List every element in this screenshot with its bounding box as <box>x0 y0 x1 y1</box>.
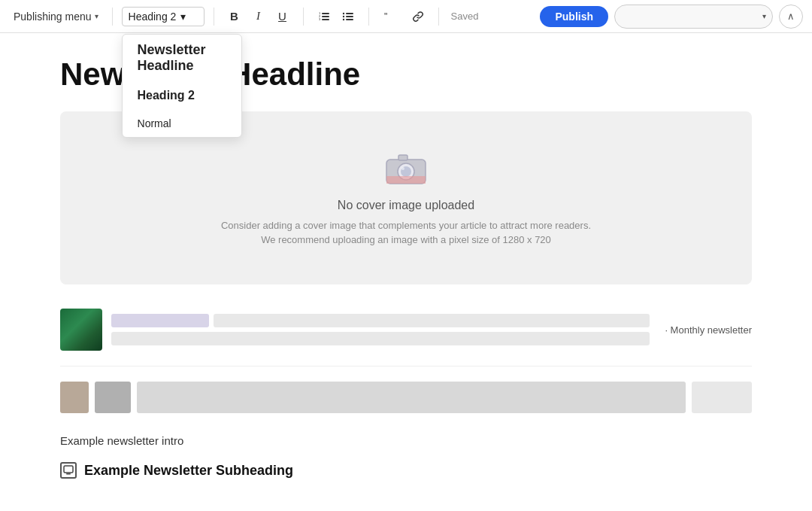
heading-select-wrapper: Heading 2 ▾ Newsletter Headline Heading … <box>122 7 205 26</box>
audience-chevron-icon[interactable]: ▾ <box>756 12 772 20</box>
no-cover-desc-1: Consider adding a cover image that compl… <box>221 218 591 233</box>
toolbar-divider-3 <box>303 8 304 26</box>
toolbar-divider-5 <box>438 8 439 26</box>
heading-select-current-label: Heading 2 <box>129 11 177 23</box>
svg-rect-21 <box>66 473 71 475</box>
quote-button[interactable]: " <box>378 5 401 28</box>
heading-dropdown: Newsletter Headline Heading 2 Normal <box>122 34 242 138</box>
svg-point-10 <box>342 15 344 17</box>
collapse-icon: ∧ <box>787 11 795 22</box>
list-format-group: 1 2 3 <box>313 5 359 28</box>
article-preview-row-2 <box>60 382 752 413</box>
unordered-list-button[interactable] <box>337 5 359 28</box>
intro-text[interactable]: Example newsletter intro <box>60 434 752 447</box>
svg-rect-16 <box>398 155 408 160</box>
svg-rect-20 <box>64 466 73 473</box>
article-bar-group-1 <box>111 314 650 345</box>
ordered-list-button[interactable]: 1 2 3 <box>313 5 335 28</box>
saved-status: Saved <box>451 11 479 22</box>
toolbar-divider-4 <box>368 8 369 26</box>
svg-rect-2 <box>322 19 329 20</box>
svg-rect-7 <box>346 16 353 17</box>
article-bar-row-2 <box>111 332 650 345</box>
text-format-group: B I U <box>223 5 294 28</box>
svg-rect-1 <box>322 16 329 17</box>
link-button[interactable] <box>407 5 429 28</box>
heading-select-chevron-icon: ▾ <box>180 11 186 23</box>
toolbar-divider-1 <box>112 8 113 26</box>
article-thumbnail <box>60 309 102 351</box>
camera-icon <box>383 149 429 190</box>
svg-rect-6 <box>346 13 353 14</box>
cover-image-placeholder[interactable]: No cover image uploaded Consider adding … <box>60 111 752 284</box>
bar-light-2 <box>111 332 650 345</box>
publishing-menu-chevron-icon: ▾ <box>95 12 98 20</box>
underline-button[interactable]: U <box>271 5 294 28</box>
link-icon <box>412 11 424 23</box>
bar-gray-light <box>137 382 686 413</box>
monitor-icon <box>63 465 74 476</box>
article-tag-label: · Monthly newsletter <box>665 324 752 336</box>
thumbnail-image <box>60 309 102 351</box>
svg-rect-18 <box>386 176 426 184</box>
article-preview-row-1: · Monthly newsletter <box>60 309 752 367</box>
bar-light-1 <box>214 314 650 327</box>
ordered-list-icon: 1 2 3 <box>318 11 330 23</box>
audience-select-wrapper[interactable]: ▾ <box>614 5 773 29</box>
heading-option-h1[interactable]: Newsletter Headline <box>123 35 241 81</box>
heading-option-normal[interactable]: Normal <box>123 110 241 137</box>
bar-purple <box>111 314 209 327</box>
audience-select-input[interactable] <box>615 11 756 22</box>
article-subheading[interactable]: Example Newsletter Subheading <box>84 463 293 479</box>
svg-point-9 <box>342 12 344 14</box>
quote-icon: " <box>383 11 395 23</box>
unordered-list-icon <box>342 11 354 23</box>
toolbar-divider-2 <box>214 8 214 26</box>
svg-rect-0 <box>322 13 329 14</box>
collapse-button[interactable]: ∧ <box>779 5 803 29</box>
publish-button[interactable]: Publish <box>540 6 608 27</box>
no-cover-desc-2: We recommend uploading an image with a p… <box>261 233 551 248</box>
publishing-menu-button[interactable]: Publishing menu ▾ <box>9 8 103 26</box>
svg-point-11 <box>342 18 344 20</box>
bold-button[interactable]: B <box>223 5 246 28</box>
bar-gray-lighter <box>692 382 752 413</box>
heading-select-button[interactable]: Heading 2 ▾ <box>122 7 205 26</box>
italic-button[interactable]: I <box>247 5 270 28</box>
svg-text:": " <box>384 11 387 22</box>
bar-tan <box>60 382 89 413</box>
no-cover-title: No cover image uploaded <box>338 199 474 212</box>
article-bar-row-1 <box>111 314 650 327</box>
subheading-row: Example Newsletter Subheading <box>60 462 752 479</box>
svg-rect-8 <box>346 19 353 20</box>
bar-gray-mid <box>95 382 131 413</box>
svg-point-17 <box>401 167 404 170</box>
toolbar: Publishing menu ▾ Heading 2 ▾ Newsletter… <box>0 0 812 33</box>
publishing-menu-label: Publishing menu <box>14 11 92 23</box>
subheading-icon <box>60 462 77 479</box>
svg-text:3: 3 <box>319 17 321 21</box>
heading-option-h2[interactable]: Heading 2 <box>123 81 241 110</box>
